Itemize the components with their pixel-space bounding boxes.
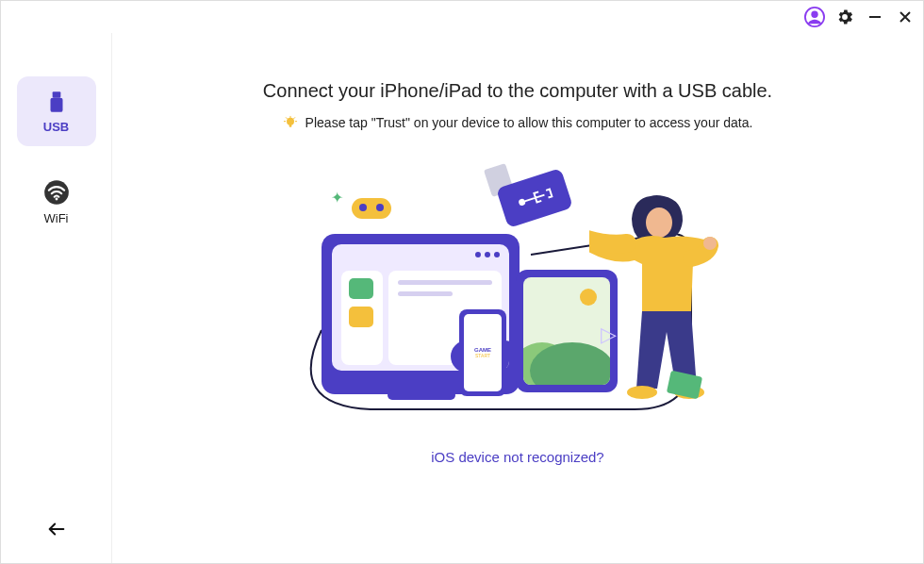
sidebar-item-usb[interactable]: USB xyxy=(17,76,96,146)
sidebar-item-wifi[interactable]: WiFi xyxy=(17,167,96,237)
person-illustration xyxy=(589,191,750,400)
connect-illustration: ✦ xyxy=(282,166,753,430)
gear-icon xyxy=(835,8,854,26)
svg-point-14 xyxy=(627,386,657,399)
minimize-icon xyxy=(867,9,883,25)
svg-point-6 xyxy=(55,197,58,200)
svg-point-7 xyxy=(287,118,294,125)
titlebar xyxy=(804,1,923,33)
close-button[interactable] xyxy=(895,7,916,27)
hint-text: Please tap "Trust" on your device to all… xyxy=(305,115,753,130)
phone-illustration: GAME START xyxy=(459,309,506,396)
lightbulb-icon xyxy=(283,115,298,130)
hint-line: Please tap "Trust" on your device to all… xyxy=(283,115,753,130)
gamepad-icon xyxy=(352,198,391,219)
wifi-icon xyxy=(43,179,70,206)
minimize-button[interactable] xyxy=(865,7,885,27)
svg-rect-8 xyxy=(289,124,291,127)
back-button[interactable] xyxy=(43,516,70,542)
page-heading: Connect your iPhone/iPad to the computer… xyxy=(263,80,772,102)
sidebar-item-label: USB xyxy=(43,120,69,134)
main-content: Connect your iPhone/iPad to the computer… xyxy=(112,33,923,563)
account-icon xyxy=(804,7,825,27)
sparkle-icon: ✦ xyxy=(331,189,343,207)
monitor-stand xyxy=(388,390,455,400)
sidebar: USB WiFi xyxy=(1,33,112,563)
account-button[interactable] xyxy=(804,7,825,27)
svg-point-1 xyxy=(811,11,817,18)
settings-button[interactable] xyxy=(834,7,855,27)
usb-icon xyxy=(44,90,69,114)
svg-rect-3 xyxy=(52,91,60,98)
sidebar-item-label: WiFi xyxy=(44,211,69,225)
play-icon: ▷ xyxy=(601,323,617,347)
device-not-recognized-link[interactable]: iOS device not recognized? xyxy=(431,449,603,465)
svg-rect-4 xyxy=(50,97,62,111)
svg-point-13 xyxy=(703,237,717,250)
close-icon xyxy=(898,9,913,25)
svg-rect-2 xyxy=(869,16,881,18)
arrow-left-icon xyxy=(46,519,67,539)
svg-point-10 xyxy=(518,198,526,207)
svg-point-11 xyxy=(646,207,672,238)
